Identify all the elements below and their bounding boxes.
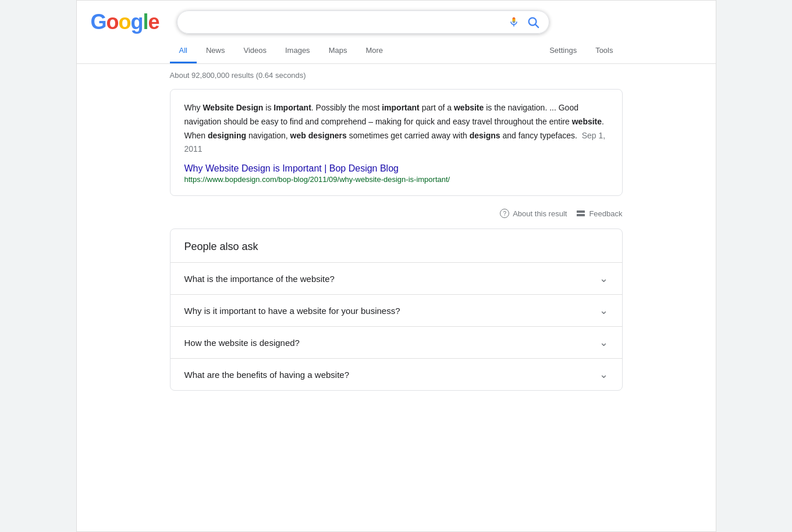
search-icon[interactable] [527, 16, 539, 28]
chevron-down-icon-0: ⌄ [599, 272, 608, 285]
nav-item-images[interactable]: Images [276, 39, 319, 63]
chevron-down-icon-1: ⌄ [599, 304, 608, 317]
chevron-down-icon-2: ⌄ [599, 336, 608, 349]
snippet-url: https://www.bopdesign.com/bop-blog/2011/… [184, 175, 608, 184]
nav-item-settings[interactable]: Settings [540, 39, 586, 63]
paa-title: People also ask [171, 229, 622, 262]
flag-icon [576, 210, 585, 217]
snippet-text: Why Website Design is Important. Possibl… [184, 101, 608, 156]
svg-rect-3 [577, 214, 585, 216]
google-logo[interactable]: Google [91, 10, 159, 34]
navigation-bar: All News Videos Images Maps More Setting… [77, 39, 716, 64]
feedback-label: Feedback [589, 209, 622, 218]
about-result-button[interactable]: ? About this result [500, 209, 567, 218]
snippet-date: Sep 1, 2011 [184, 131, 606, 154]
svg-rect-2 [577, 210, 585, 213]
people-also-ask-box: People also ask What is the importance o… [170, 228, 623, 391]
nav-item-all[interactable]: All [170, 39, 197, 63]
paa-question-0: What is the importance of the website? [184, 274, 335, 284]
search-input[interactable]: why is web design important? [187, 17, 503, 27]
results-count: About 92,800,000 results (0.64 seconds) [77, 64, 716, 80]
paa-question-3: What are the benefits of having a websit… [184, 370, 350, 380]
question-mark-icon: ? [500, 209, 509, 218]
featured-snippet: Why Website Design is Important. Possibl… [170, 89, 623, 196]
nav-item-more[interactable]: More [356, 39, 392, 63]
feedback-row: ? About this result Feedback [77, 205, 716, 222]
paa-question-1: Why is it important to have a website fo… [184, 306, 400, 316]
paa-item-0[interactable]: What is the importance of the website? ⌄ [171, 262, 622, 294]
snippet-link[interactable]: Why Website Design is Important | Bop De… [184, 163, 608, 174]
nav-item-tools[interactable]: Tools [586, 39, 622, 63]
svg-line-1 [535, 24, 538, 27]
chevron-down-icon-3: ⌄ [599, 368, 608, 381]
microphone-icon[interactable] [508, 16, 520, 28]
nav-item-news[interactable]: News [197, 39, 235, 63]
paa-item-2[interactable]: How the website is designed? ⌄ [171, 326, 622, 358]
about-result-label: About this result [513, 209, 567, 218]
paa-question-2: How the website is designed? [184, 338, 300, 348]
paa-item-1[interactable]: Why is it important to have a website fo… [171, 294, 622, 326]
feedback-button[interactable]: Feedback [576, 209, 622, 218]
search-bar: why is web design important? [177, 10, 549, 34]
nav-item-maps[interactable]: Maps [319, 39, 357, 63]
paa-item-3[interactable]: What are the benefits of having a websit… [171, 358, 622, 390]
nav-item-videos[interactable]: Videos [234, 39, 276, 63]
